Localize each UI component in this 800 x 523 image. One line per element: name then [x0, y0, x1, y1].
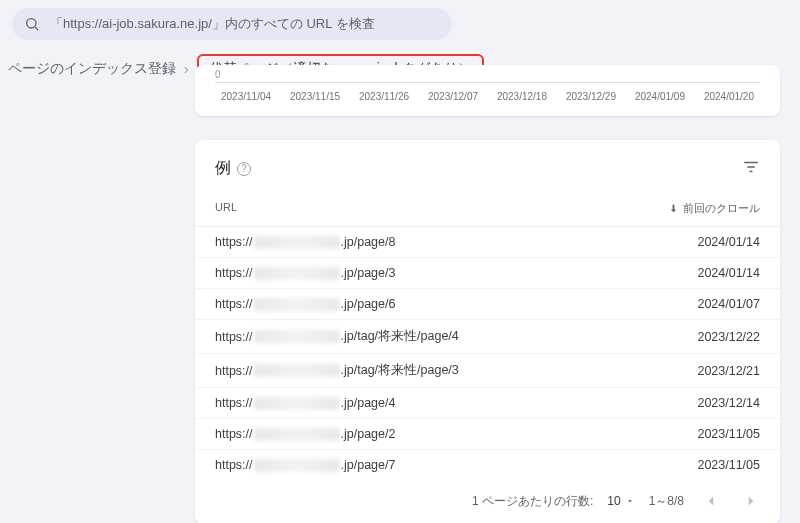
url-cell: https://.jp/page/6: [215, 297, 650, 311]
table-row[interactable]: https://.jp/page/72023/11/05: [195, 450, 780, 480]
date-cell: 2023/11/05: [650, 427, 760, 441]
rows-per-page-select[interactable]: 10: [607, 494, 634, 508]
chart-card: 0 2023/11/04 2023/11/15 2023/11/26 2023/…: [195, 65, 780, 116]
table-row[interactable]: https://.jp/page/42023/12/14: [195, 388, 780, 419]
chart-x-labels: 2023/11/04 2023/11/15 2023/11/26 2023/12…: [215, 83, 760, 102]
help-icon[interactable]: ?: [237, 162, 251, 176]
pager-range: 1～8/8: [649, 493, 684, 510]
arrow-down-icon: [668, 203, 679, 214]
url-cell: https://.jp/page/7: [215, 458, 650, 472]
chart-axis: [215, 82, 760, 83]
col-header-date[interactable]: 前回のクロール: [650, 201, 760, 216]
table-row[interactable]: https://.jp/page/62024/01/07: [195, 289, 780, 320]
redacted-domain: [254, 428, 340, 441]
x-tick: 2023/11/15: [290, 91, 340, 102]
url-cell: https://.jp/tag/将来性/page/3: [215, 362, 650, 379]
col-header-url[interactable]: URL: [215, 201, 650, 216]
date-cell: 2023/12/21: [650, 364, 760, 378]
table-pager: 1 ページあたりの行数: 10 1～8/8: [195, 480, 780, 516]
url-cell: https://.jp/tag/将来性/page/4: [215, 328, 650, 345]
redacted-domain: [254, 459, 340, 472]
svg-line-1: [35, 27, 38, 30]
redacted-domain: [254, 364, 340, 377]
chevron-down-icon: [625, 496, 635, 506]
chart-y-zero: 0: [215, 69, 760, 80]
date-cell: 2023/12/14: [650, 396, 760, 410]
date-cell: 2023/11/05: [650, 458, 760, 472]
url-cell: https://.jp/page/2: [215, 427, 650, 441]
date-cell: 2023/12/22: [650, 330, 760, 344]
svg-point-0: [27, 19, 36, 28]
chevron-left-icon: [702, 492, 720, 510]
table-row[interactable]: https://.jp/tag/将来性/page/32023/12/21: [195, 354, 780, 388]
table-row[interactable]: https://.jp/tag/将来性/page/42023/12/22: [195, 320, 780, 354]
chevron-right-icon: ›: [184, 61, 189, 77]
url-cell: https://.jp/page/8: [215, 235, 650, 249]
x-tick: 2023/11/26: [359, 91, 409, 102]
table-row[interactable]: https://.jp/page/32024/01/14: [195, 258, 780, 289]
redacted-domain: [254, 397, 340, 410]
x-tick: 2024/01/20: [704, 91, 754, 102]
date-cell: 2024/01/14: [650, 266, 760, 280]
breadcrumb-parent[interactable]: ページのインデックス登録: [8, 60, 176, 78]
date-cell: 2024/01/07: [650, 297, 760, 311]
x-tick: 2024/01/09: [635, 91, 685, 102]
x-tick: 2023/12/29: [566, 91, 616, 102]
url-cell: https://.jp/page/4: [215, 396, 650, 410]
table-row[interactable]: https://.jp/page/22023/11/05: [195, 419, 780, 450]
redacted-domain: [254, 298, 340, 311]
pager-next-button[interactable]: [738, 488, 764, 514]
x-tick: 2023/12/18: [497, 91, 547, 102]
search-placeholder: 「https://ai-job.sakura.ne.jp/」内のすべての URL…: [50, 15, 375, 33]
url-cell: https://.jp/page/3: [215, 266, 650, 280]
pager-prev-button[interactable]: [698, 488, 724, 514]
redacted-domain: [254, 267, 340, 280]
redacted-domain: [254, 236, 340, 249]
x-tick: 2023/12/07: [428, 91, 478, 102]
search-icon: [24, 16, 40, 32]
rows-per-page-label: 1 ページあたりの行数:: [472, 493, 593, 510]
url-inspect-search[interactable]: 「https://ai-job.sakura.ne.jp/」内のすべての URL…: [12, 8, 452, 40]
date-cell: 2024/01/14: [650, 235, 760, 249]
x-tick: 2023/11/04: [221, 91, 271, 102]
redacted-domain: [254, 330, 340, 343]
table-header-row: URL 前回のクロール: [195, 191, 780, 227]
chevron-right-icon: [742, 492, 760, 510]
table-title: 例: [215, 158, 231, 179]
filter-icon[interactable]: [742, 158, 760, 179]
table-row[interactable]: https://.jp/page/82024/01/14: [195, 227, 780, 258]
examples-card: 例 ? URL 前回のクロール https://.jp/page/82024/0…: [195, 140, 780, 523]
